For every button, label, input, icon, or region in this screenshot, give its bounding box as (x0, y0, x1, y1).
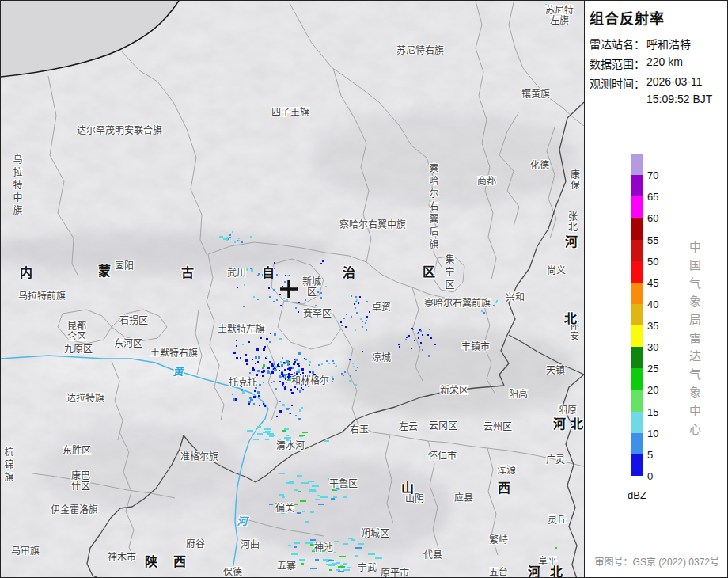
station-row: 雷达站名： 呼和浩特 (590, 36, 691, 51)
legend-swatch (631, 412, 643, 433)
product-title: 组合反射率 (590, 7, 665, 28)
legend-swatch (631, 347, 643, 368)
watermark-text: 中国气象局雷达气象中心 (686, 241, 703, 441)
legend-tick: 65 (647, 191, 658, 203)
legend-tick: 45 (647, 276, 658, 288)
legend-swatch (631, 283, 643, 304)
legend-swatch (631, 433, 643, 454)
legend-swatch (631, 368, 643, 390)
map-license-number: 审图号：GS京 (2022) 0372号 (595, 554, 719, 568)
legend-swatch (631, 304, 643, 325)
legend-swatch (631, 390, 643, 411)
legend-tick: 50 (647, 255, 658, 267)
legend-tick: 35 (647, 320, 658, 332)
legend-swatch (631, 240, 643, 261)
legend-tick: 30 (647, 341, 658, 353)
radar-map: 苏尼特右旗四子王旗镶黄旗达尔罕茂明安联合旗化德商都察哈尔右翼中旗固阳武川尚义兴和… (1, 1, 585, 577)
legend-tick: 15 (647, 405, 658, 417)
station-label: 雷达站名： (590, 36, 646, 51)
legend-swatch (631, 196, 643, 218)
station-value: 呼和浩特 (646, 36, 691, 51)
range-row: 数据范围： 220 km (590, 55, 683, 71)
legend-tick: 55 (647, 234, 658, 245)
legend-swatch (631, 154, 643, 175)
unit-label: dBZ (628, 489, 646, 501)
legend-swatch (631, 218, 643, 239)
radar-viewer-window: 苏尼特右旗四子王旗镶黄旗达尔罕茂明安联合旗化德商都察哈尔右翼中旗固阳武川尚义兴和… (0, 0, 728, 578)
obstime-label: 观测时间： (590, 75, 646, 91)
legend-tick: 60 (647, 212, 658, 224)
legend-tick: 10 (647, 427, 658, 439)
obstime-row: 观测时间： 2026-03-11 (590, 75, 703, 91)
legend-swatch (631, 261, 643, 283)
legend-tick: 25 (647, 363, 658, 375)
legend-tick: 20 (647, 384, 658, 396)
legend-tick: 70 (647, 169, 658, 181)
legend-tick: 0 (647, 470, 653, 481)
range-label: 数据范围： (590, 55, 646, 71)
range-value: 220 km (646, 55, 683, 71)
dbz-color-scale: 7065605550454035302520151050 (631, 154, 643, 476)
obstime-date: 2026-03-11 (646, 75, 703, 91)
legend-swatch (631, 175, 643, 196)
legend-tick: 5 (647, 448, 653, 460)
info-panel: 组合反射率 雷达站名： 呼和浩特 数据范围： 220 km 观测时间： 2026… (585, 1, 727, 577)
legend-tick: 40 (647, 298, 658, 310)
legend-swatch (631, 454, 643, 476)
map-canvas (1, 1, 585, 577)
obstime-clock: 15:09:52 BJT (646, 93, 712, 105)
legend-swatch (631, 325, 643, 347)
